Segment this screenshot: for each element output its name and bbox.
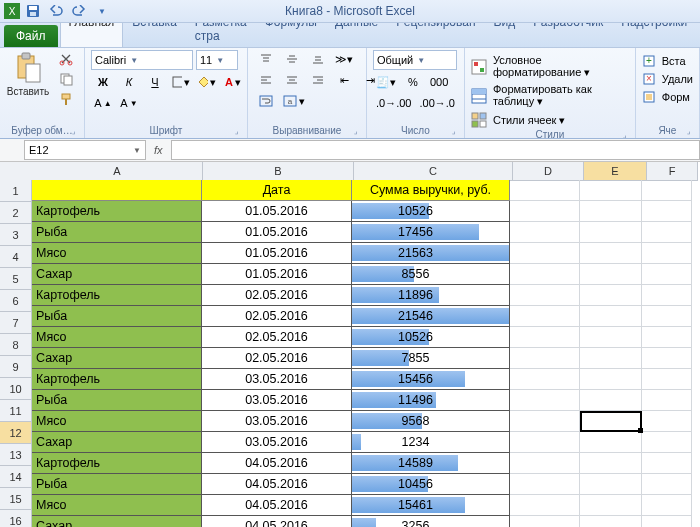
copy-button[interactable] <box>54 70 78 88</box>
number-format-combo[interactable]: Общий▼ <box>373 50 457 70</box>
cell-C12[interactable]: 9568 <box>352 411 510 432</box>
cell-D5[interactable] <box>510 264 580 285</box>
cell-E3[interactable] <box>580 222 642 243</box>
cell-A7[interactable]: Рыба <box>32 306 202 327</box>
align-center-button[interactable] <box>280 71 304 89</box>
cell-C9[interactable]: 7855 <box>352 348 510 369</box>
percent-format-button[interactable]: % <box>401 73 425 91</box>
align-bottom-button[interactable] <box>306 50 330 68</box>
cell-D10[interactable] <box>510 369 580 390</box>
cell-C3[interactable]: 17456 <box>352 222 510 243</box>
cell-F9[interactable] <box>642 348 692 369</box>
cell-B15[interactable]: 04.05.2016 <box>202 474 352 495</box>
cell-B6[interactable]: 02.05.2016 <box>202 285 352 306</box>
cell-B11[interactable]: 03.05.2016 <box>202 390 352 411</box>
cell-E7[interactable] <box>580 306 642 327</box>
cell-F7[interactable] <box>642 306 692 327</box>
col-header-D[interactable]: D <box>513 162 584 181</box>
cell-C8[interactable]: 10526 <box>352 327 510 348</box>
col-header-E[interactable]: E <box>584 162 647 181</box>
grow-font-button[interactable]: A▲ <box>91 94 115 112</box>
cell-F17[interactable] <box>642 516 692 527</box>
underline-button[interactable]: Ч <box>143 73 167 91</box>
cell-B10[interactable]: 03.05.2016 <box>202 369 352 390</box>
cell-A17[interactable]: Сахар <box>32 516 202 527</box>
cell-A1[interactable] <box>32 180 202 201</box>
align-right-button[interactable] <box>306 71 330 89</box>
cell-F1[interactable] <box>642 180 692 201</box>
cell-E6[interactable] <box>580 285 642 306</box>
cell-D11[interactable] <box>510 390 580 411</box>
cell-B9[interactable]: 02.05.2016 <box>202 348 352 369</box>
cell-C6[interactable]: 11896 <box>352 285 510 306</box>
row-header-8[interactable]: 8 <box>0 334 32 356</box>
align-top-button[interactable] <box>254 50 278 68</box>
cell-A9[interactable]: Сахар <box>32 348 202 369</box>
cell-D17[interactable] <box>510 516 580 527</box>
cell-C1[interactable]: Сумма выручки, руб. <box>352 180 510 201</box>
cell-B1[interactable]: Дата <box>202 180 352 201</box>
cut-button[interactable] <box>54 50 78 68</box>
row-header-1[interactable]: 1 <box>0 180 32 202</box>
cell-A5[interactable]: Сахар <box>32 264 202 285</box>
cell-F6[interactable] <box>642 285 692 306</box>
cell-A3[interactable]: Рыба <box>32 222 202 243</box>
cell-E12[interactable] <box>580 411 642 432</box>
cells-area[interactable]: ДатаСумма выручки, руб.Картофель01.05.20… <box>32 180 700 527</box>
cell-A12[interactable]: Мясо <box>32 411 202 432</box>
cell-A10[interactable]: Картофель <box>32 369 202 390</box>
cell-E4[interactable] <box>580 243 642 264</box>
italic-button[interactable]: К <box>117 73 141 91</box>
row-header-14[interactable]: 14 <box>0 466 32 488</box>
name-box[interactable]: E12 ▼ <box>24 140 146 160</box>
cell-B14[interactable]: 04.05.2016 <box>202 453 352 474</box>
cell-F8[interactable] <box>642 327 692 348</box>
cell-B4[interactable]: 01.05.2016 <box>202 243 352 264</box>
cell-A16[interactable]: Мясо <box>32 495 202 516</box>
cell-C15[interactable]: 10456 <box>352 474 510 495</box>
cell-D16[interactable] <box>510 495 580 516</box>
font-name-combo[interactable]: Calibri▼ <box>91 50 193 70</box>
cell-B7[interactable]: 02.05.2016 <box>202 306 352 327</box>
conditional-formatting-button[interactable]: Условное форматирование ▾ <box>471 54 629 79</box>
row-header-6[interactable]: 6 <box>0 290 32 312</box>
cell-D8[interactable] <box>510 327 580 348</box>
merge-cells-button[interactable]: a▾ <box>280 92 308 110</box>
cell-A8[interactable]: Мясо <box>32 327 202 348</box>
cell-F16[interactable] <box>642 495 692 516</box>
cell-E10[interactable] <box>580 369 642 390</box>
cell-D1[interactable] <box>510 180 580 201</box>
comma-format-button[interactable]: 000 <box>427 73 451 91</box>
cell-E8[interactable] <box>580 327 642 348</box>
cell-D3[interactable] <box>510 222 580 243</box>
formula-input[interactable] <box>171 140 700 160</box>
align-middle-button[interactable] <box>280 50 304 68</box>
delete-cells-button[interactable]: ×Удали <box>642 72 693 86</box>
col-header-C[interactable]: C <box>354 162 513 181</box>
cell-F10[interactable] <box>642 369 692 390</box>
cell-A15[interactable]: Рыба <box>32 474 202 495</box>
align-left-button[interactable] <box>254 71 278 89</box>
cell-B16[interactable]: 04.05.2016 <box>202 495 352 516</box>
fx-icon[interactable]: fx <box>146 144 171 156</box>
cell-C13[interactable]: 1234 <box>352 432 510 453</box>
cell-C5[interactable]: 8556 <box>352 264 510 285</box>
cell-E5[interactable] <box>580 264 642 285</box>
cell-A13[interactable]: Сахар <box>32 432 202 453</box>
cell-F15[interactable] <box>642 474 692 495</box>
cell-D4[interactable] <box>510 243 580 264</box>
paste-button[interactable]: Вставить <box>6 50 50 108</box>
cell-D9[interactable] <box>510 348 580 369</box>
qat-customize-button[interactable]: ▼ <box>92 2 112 20</box>
cell-C14[interactable]: 14589 <box>352 453 510 474</box>
cell-D13[interactable] <box>510 432 580 453</box>
cell-E16[interactable] <box>580 495 642 516</box>
undo-button[interactable] <box>46 2 66 20</box>
cell-E13[interactable] <box>580 432 642 453</box>
increase-decimal-button[interactable]: .0→.00 <box>373 94 414 112</box>
col-header-B[interactable]: B <box>203 162 354 181</box>
shrink-font-button[interactable]: A▼ <box>117 94 141 112</box>
format-as-table-button[interactable]: Форматировать как таблицу ▾ <box>471 83 629 108</box>
cell-C16[interactable]: 15461 <box>352 495 510 516</box>
worksheet[interactable]: ABCDEF 1234567891011121314151617 ДатаСум… <box>0 162 700 527</box>
